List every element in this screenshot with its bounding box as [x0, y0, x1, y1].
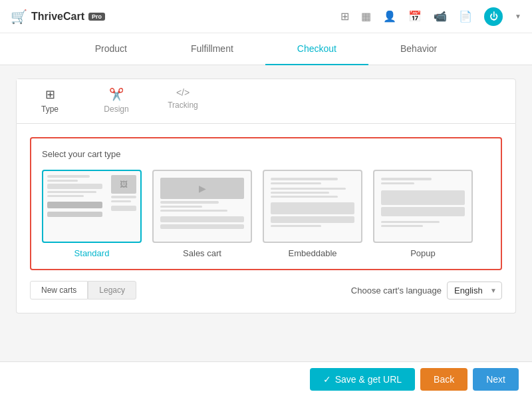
subtab-type-label: Type [41, 104, 59, 114]
footer-controls: New carts Legacy Choose cart's language … [30, 281, 502, 299]
style-tab-legacy[interactable]: Legacy [88, 281, 136, 299]
cart-icon: 🛒 [11, 9, 27, 25]
subtab-tracking[interactable]: </> Tracking [150, 79, 216, 123]
cart-types: 🖼 Standard ▶ [42, 170, 490, 258]
popup-label: Popup [410, 248, 436, 258]
standard-preview: 🖼 [42, 170, 142, 243]
logo: 🛒 ThriveCart Pro [11, 9, 105, 25]
cart-type-standard[interactable]: 🖼 Standard [42, 170, 142, 258]
save-url-label: Save & get URL [335, 374, 402, 385]
back-label: Back [434, 374, 454, 385]
cart-selection-box: Select your cart type [30, 137, 502, 270]
cart-type-embeddable[interactable]: Embeddable [263, 170, 362, 258]
tab-checkout[interactable]: Checkout [265, 33, 368, 65]
content-area: ⊞ Type ✂️ Design </> Tracking Select you… [0, 65, 532, 396]
action-bar: ✓ Save & get URL Back Next [0, 361, 532, 396]
cart-type-popup[interactable]: Popup [373, 170, 473, 258]
style-tab-new-carts[interactable]: New carts [30, 281, 88, 299]
language-label: Choose cart's language [351, 286, 442, 296]
next-label: Next [486, 374, 505, 385]
cart-type-sales-cart[interactable]: ▶ Sales cart [152, 170, 252, 258]
logo-text: ThriveCart [31, 11, 84, 23]
subtab-tracking-label: Tracking [168, 100, 198, 110]
nav-tabs: Product Fulfillment Checkout Behavior [0, 33, 532, 65]
header: 🛒 ThriveCart Pro ⊞ ▦ 👤 📅 📹 📄 ⏻ ▼ [0, 0, 532, 33]
video-icon[interactable]: 📹 [434, 10, 447, 23]
sales-cart-preview: ▶ [152, 170, 252, 243]
language-selector: Choose cart's language English French Ge… [351, 282, 502, 299]
tab-behavior[interactable]: Behavior [368, 33, 469, 65]
card-title: Select your cart type [42, 149, 490, 159]
standard-label: Standard [74, 248, 110, 258]
document-icon[interactable]: 📄 [459, 10, 472, 23]
subtab-design-label: Design [104, 104, 128, 114]
user-icon[interactable]: 👤 [383, 10, 396, 23]
back-button[interactable]: Back [420, 368, 467, 391]
tracking-icon: </> [176, 87, 190, 98]
language-wrapper: English French German Spanish Italian ▼ [447, 282, 502, 299]
sub-tabs: ⊞ Type ✂️ Design </> Tracking [16, 79, 516, 124]
subtab-type[interactable]: ⊞ Type [17, 79, 83, 123]
design-icon: ✂️ [109, 87, 124, 102]
table-icon[interactable]: ▦ [361, 10, 371, 23]
save-url-button[interactable]: ✓ Save & get URL [310, 368, 415, 391]
popup-preview [373, 170, 473, 243]
header-icons: ⊞ ▦ 👤 📅 📹 📄 ⏻ ▼ [340, 7, 521, 26]
embeddable-preview [263, 170, 362, 243]
pro-badge: Pro [88, 13, 105, 21]
language-select[interactable]: English French German Spanish Italian [447, 282, 502, 299]
cart-style-tabs: New carts Legacy [30, 281, 136, 299]
calendar-icon[interactable]: 📅 [408, 10, 422, 23]
sales-cart-label: Sales cart [183, 248, 221, 258]
chevron-down-icon[interactable]: ▼ [515, 13, 521, 20]
grid-icon[interactable]: ⊞ [340, 10, 349, 23]
main-card: Select your cart type [16, 124, 516, 313]
next-button[interactable]: Next [473, 368, 519, 391]
check-icon: ✓ [323, 374, 331, 385]
user-avatar[interactable]: ⏻ [484, 7, 503, 26]
tab-product[interactable]: Product [63, 33, 159, 65]
type-icon: ⊞ [45, 87, 55, 102]
subtab-design[interactable]: ✂️ Design [83, 79, 150, 123]
embeddable-label: Embeddable [289, 248, 337, 258]
tab-fulfillment[interactable]: Fulfillment [159, 33, 265, 65]
